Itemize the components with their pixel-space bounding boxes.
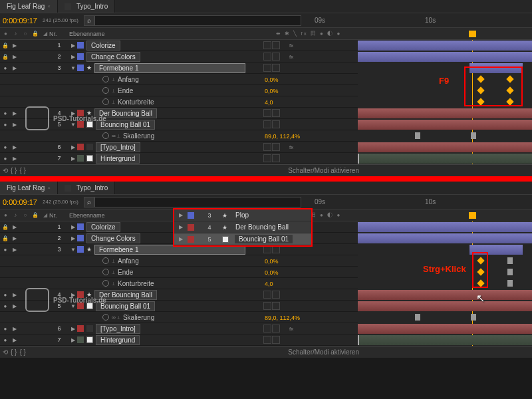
stopwatch-icon[interactable] (102, 132, 109, 139)
timeline[interactable]: Strg+Klick ↖ (358, 221, 532, 346)
prop-konturbreite[interactable]: ⟂Konturbreite4,0 (0, 278, 358, 289)
keyframe-ease-icon[interactable] (415, 132, 420, 139)
layer-row-5[interactable]: ●▶ 5 ▼Bouncing Ball 01 (0, 119, 358, 130)
curly-icon[interactable]: { } (19, 348, 25, 356)
toggle-icon[interactable]: ⟲ (3, 167, 8, 174)
header-switches: ⬌ ✱ ╲ fx 田 ● ◐ ● (262, 30, 355, 37)
toggle-icon[interactable]: ⟲ (3, 348, 8, 356)
stopwatch-icon[interactable] (102, 98, 109, 105)
prop-ende[interactable]: ⟂Ende0,0% (0, 267, 358, 278)
footer-toggle[interactable]: Schalter/Modi aktivieren (288, 167, 532, 174)
layer-row-3[interactable]: ●▶ 3 ▼★Formebene 1 (0, 63, 358, 74)
layer-row-7[interactable]: ●▶ 7 ▶Hintergrund (0, 153, 358, 164)
curly-icon[interactable]: { } (11, 167, 17, 174)
search-icon[interactable]: ⌕ (84, 15, 94, 26)
prop-konturbreite[interactable]: ⟂Konturbreite4,0 (0, 96, 358, 108)
prop-anfang[interactable]: ⟂Anfang0,0% (0, 255, 358, 267)
layer-row-1[interactable]: 🔒▶ 1 ▶Colorize fx (0, 40, 358, 51)
stopwatch-icon[interactable] (102, 87, 109, 94)
timecode[interactable]: 0:00:09:17 (0, 17, 40, 25)
speaker-icon: ♪ (11, 29, 20, 39)
stopwatch-icon[interactable] (102, 76, 109, 82)
cursor-icon: ↖ (476, 292, 485, 305)
popup-item-bouncing01[interactable]: ▶5Bouncing Ball 01 (174, 233, 311, 245)
annotation-label: Strg+Klick (423, 264, 466, 274)
timeline[interactable]: F9 (358, 40, 532, 164)
keyframe-ease-icon[interactable] (507, 257, 513, 264)
keyframe-ease-icon[interactable] (415, 314, 420, 321)
close-icon[interactable]: × (47, 3, 51, 9)
tab-typo-intro[interactable]: Typo_Intro (58, 182, 115, 194)
layer-row-2[interactable]: 🔒▶ 2 ▶Change Colors fx (0, 51, 358, 63)
keyframe-ease-icon[interactable] (471, 314, 476, 321)
search-icon[interactable]: ⌕ (84, 197, 94, 207)
solo-icon: ○ (21, 29, 30, 39)
layer-row-7[interactable]: ●▶7▶Hintergrund (0, 334, 358, 346)
layer-row-4[interactable]: ●▶4▶★Der Bouncing Ball (0, 289, 358, 301)
header-nr: Nr. (49, 31, 69, 37)
popup-item-bouncing[interactable]: ▶4★Der Bouncing Ball (174, 221, 311, 233)
eye-icon: ● (1, 29, 10, 39)
parent-popup: ▶3★Plop ▶4★Der Bouncing Ball ▶5Bouncing … (173, 208, 313, 247)
layer-row-6[interactable]: ●▶6▶[Typo_Intro]fx (0, 323, 358, 334)
keyframe-ease-icon[interactable] (507, 280, 513, 287)
header-name: Ebenenname (69, 31, 262, 37)
tab-bar: Fig Leaf Rag× Typo_Intro (0, 0, 532, 13)
label-icon: ◢ (41, 29, 49, 39)
keyframe-ease-icon[interactable] (471, 132, 476, 139)
annotation-box (472, 252, 488, 288)
prop-ende[interactable]: ⟂Ende0,0% (0, 85, 358, 96)
shape-icon: ★ (86, 110, 92, 116)
layer-row-5[interactable]: ●▶5▼Bouncing Ball 01 (0, 301, 358, 312)
prop-skalierung[interactable]: ∞ ⟂Skalierung89,0, 112,4% (0, 130, 358, 142)
annotation-box (464, 66, 523, 106)
curly-icon[interactable]: { } (11, 348, 17, 356)
layer-row-4[interactable]: ●▶ 4 ▶★Der Bouncing Ball (0, 108, 358, 119)
popup-item-plop[interactable]: ▶3★Plop (174, 209, 311, 221)
time-ruler[interactable]: 09s10s (301, 17, 532, 24)
fps-label: 242 (25.00 fps) (40, 17, 81, 23)
prop-skalierung[interactable]: ∞ ⟂Skalierung89,0, 112,4% (0, 312, 358, 323)
timecode[interactable]: 0:00:09:17 (0, 198, 40, 206)
annotation-label: F9 (439, 76, 449, 86)
search-input[interactable] (94, 15, 301, 26)
prop-anfang[interactable]: ⟂Anfang0,0% (0, 74, 358, 85)
tab-fig-leaf[interactable]: Fig Leaf Rag× (0, 182, 58, 194)
search-input[interactable] (94, 197, 301, 207)
layer-row-6[interactable]: ●▶ 6 ▶[Typo_Intro] fx (0, 142, 358, 153)
keyframe-ease-icon[interactable] (507, 269, 513, 275)
lock-icon: 🔒 (31, 29, 39, 39)
tab-fig-leaf[interactable]: Fig Leaf Rag× (0, 0, 58, 13)
shape-icon: ★ (86, 65, 92, 71)
curly-icon[interactable]: { } (19, 167, 25, 174)
tab-typo-intro[interactable]: Typo_Intro (58, 0, 115, 13)
